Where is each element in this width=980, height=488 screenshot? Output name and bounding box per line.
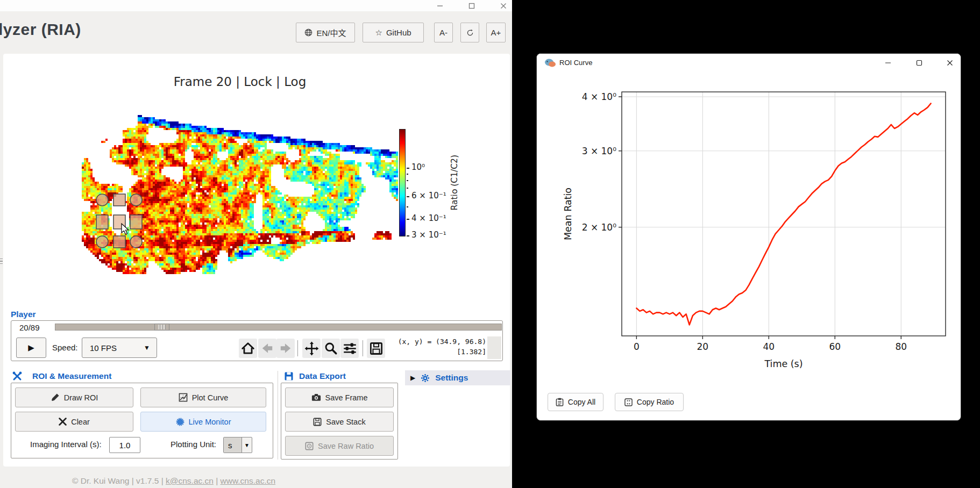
save-stack-label: Save Stack: [326, 418, 365, 426]
play-button[interactable]: ▶: [16, 338, 46, 358]
settings-expander[interactable]: ▶ Settings: [405, 370, 510, 385]
roi-maximize-button[interactable]: [907, 55, 931, 71]
svg-text:Mean Ratio: Mean Ratio: [563, 188, 573, 240]
main-window: lyzer (RIA) EN/中文 ☆ GitHub A- A+ Frame 2…: [0, 0, 512, 488]
colorbar-minor-tick: [407, 174, 408, 175]
svg-text:20: 20: [697, 341, 709, 352]
draw-roi-button[interactable]: Draw ROI: [15, 387, 133, 407]
font-decrease-button[interactable]: A-: [434, 23, 453, 42]
roi-overlay: [82, 102, 398, 275]
toolbar-back-button[interactable]: [258, 339, 276, 358]
floppy-icon: [284, 371, 294, 381]
close-icon: [947, 60, 953, 66]
floppy-icon: [313, 418, 322, 426]
toolbar-forward-button[interactable]: [276, 339, 295, 358]
x-icon: [59, 418, 67, 426]
frame-slider-handle[interactable]: [154, 324, 169, 331]
close-icon: [500, 3, 507, 9]
star-icon: ☆: [375, 28, 382, 38]
fish-app-icon: [544, 58, 556, 68]
back-arrow-icon: [260, 341, 274, 355]
roi-marker[interactable]: [96, 194, 108, 206]
frame-slider[interactable]: [55, 324, 502, 331]
minimize-button[interactable]: [428, 0, 452, 11]
svg-text:Time (s): Time (s): [764, 358, 803, 369]
save-raw-ratio-button[interactable]: Save Raw Ratio: [285, 436, 394, 456]
save-frame-button[interactable]: Save Frame: [285, 387, 394, 407]
colorbar-tick-label: 10⁰: [411, 162, 425, 172]
refresh-button[interactable]: [460, 23, 479, 42]
globe-icon: [304, 28, 313, 37]
github-button[interactable]: ☆ GitHub: [363, 23, 424, 42]
save-stack-button[interactable]: Save Stack: [285, 412, 394, 432]
plotting-unit-value: s: [224, 437, 242, 453]
roi-marker[interactable]: [113, 194, 125, 206]
colorbar-tick: [407, 219, 409, 220]
colorbar-axis-label: Ratio (C1/C2): [450, 155, 459, 210]
chart-icon: [179, 393, 188, 402]
svg-text:40: 40: [763, 341, 775, 352]
footer-text: © Dr. Kui Wang | v1.7.5 |: [72, 476, 166, 485]
colorbar: [399, 129, 406, 236]
imaging-interval-input[interactable]: [109, 437, 140, 453]
app-header: lyzer (RIA) EN/中文 ☆ GitHub A- A+: [0, 11, 512, 54]
toolbar-home-button[interactable]: [239, 339, 257, 358]
pan-icon: [304, 341, 319, 356]
plot-curve-label: Plot Curve: [192, 393, 229, 402]
copy-ratio-button[interactable]: Copy Ratio: [615, 393, 684, 411]
colorbar-tick: [407, 196, 409, 197]
camera-icon: [311, 393, 321, 401]
scrollbar-grip[interactable]: [0, 257, 3, 265]
clipboard-icon: [556, 398, 564, 406]
tools-icon: [12, 371, 23, 382]
colorbar-tick: [407, 235, 409, 236]
font-increase-button[interactable]: A+: [486, 23, 506, 42]
language-toggle-button[interactable]: EN/中文: [296, 23, 355, 42]
figure-title: Frame 20 | Lock | Log: [82, 75, 398, 89]
plot-curve-button[interactable]: Plot Curve: [140, 387, 266, 407]
roi-marker[interactable]: [130, 236, 142, 248]
clear-button[interactable]: Clear: [15, 412, 133, 432]
speed-select[interactable]: 10 FPS ▼: [82, 338, 157, 358]
font-decrease-label: A-: [439, 28, 448, 37]
colorbar-tick: [407, 168, 409, 169]
footer-website-link[interactable]: www.cns.ac.cn: [221, 476, 276, 485]
roi-minimize-button[interactable]: [876, 55, 900, 71]
pencil-icon: [51, 393, 60, 402]
gear-icon: [421, 374, 430, 383]
font-increase-label: A+: [491, 28, 501, 37]
maximize-icon: [468, 3, 475, 9]
roi-curve-titlebar: ROI Curve: [537, 54, 961, 73]
speed-label: Speed:: [52, 343, 78, 352]
draw-roi-label: Draw ROI: [64, 393, 98, 402]
roi-marker[interactable]: [130, 215, 142, 229]
roi-marker[interactable]: [113, 236, 125, 248]
roi-curve-title: ROI Curve: [559, 59, 592, 67]
copy-all-button[interactable]: Copy All: [548, 393, 603, 411]
ratio-heatmap[interactable]: [82, 102, 398, 275]
live-monitor-button[interactable]: Live Monitor: [140, 412, 266, 432]
play-icon: ▶: [28, 343, 34, 353]
toolbar-pan-button[interactable]: [302, 339, 321, 358]
svg-text:80: 80: [895, 341, 907, 352]
save-frame-label: Save Frame: [325, 393, 368, 402]
data-export-header: Data Export: [299, 371, 346, 381]
roi-marker[interactable]: [96, 236, 108, 248]
toolbar-zoom-button[interactable]: [322, 339, 340, 358]
zoom-icon: [324, 341, 338, 355]
maximize-button[interactable]: [459, 0, 484, 11]
player-header: Player: [11, 310, 36, 319]
close-button[interactable]: [491, 0, 516, 11]
svg-text:0: 0: [634, 341, 640, 352]
toolbar-separator: [363, 340, 363, 356]
disc-icon: [305, 442, 314, 450]
app-title: lyzer (RIA): [0, 20, 81, 39]
roi-close-button[interactable]: [938, 55, 961, 71]
plotting-unit-select[interactable]: s ▼: [223, 437, 252, 453]
roi-curve-plot: 0204060804 × 10⁰3 × 10⁰2 × 10⁰Time (s)Me…: [537, 73, 961, 390]
toolbar-subplots-button[interactable]: [340, 339, 359, 358]
roi-marker[interactable]: [130, 194, 142, 206]
footer-email-link[interactable]: k@cns.ac.cn: [166, 476, 214, 485]
refresh-icon: [466, 29, 474, 37]
roi-marker[interactable]: [96, 215, 108, 229]
